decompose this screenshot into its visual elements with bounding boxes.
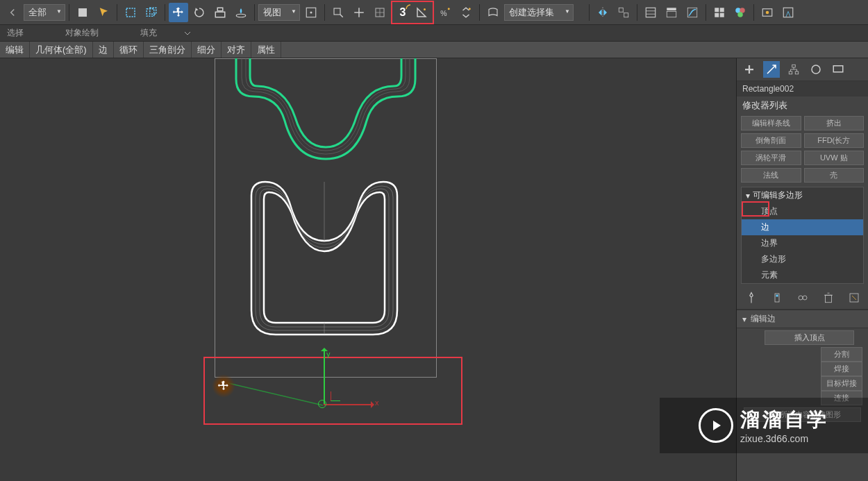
create-tab-icon[interactable] (741, 61, 758, 78)
gizmo-xy-plane[interactable] (331, 391, 340, 401)
schematic-view-icon[interactable] (710, 3, 729, 22)
edit-named-sel-icon[interactable] (483, 3, 503, 22)
keyboard-shortcut-icon[interactable] (349, 3, 369, 22)
pivot-icon[interactable] (301, 3, 321, 22)
tab-triangulate[interactable]: 三角剖分 (144, 42, 192, 58)
watermark: 溜溜自学 zixue.3d66.com (660, 398, 868, 453)
svg-rect-19 (667, 11, 676, 17)
stack-item-edge[interactable]: 边 (742, 219, 863, 235)
layer-explorer-icon[interactable] (641, 3, 660, 22)
display-tab-icon[interactable] (830, 61, 846, 78)
percent-snap-icon[interactable]: % (435, 3, 455, 22)
material-editor-icon[interactable] (731, 3, 750, 22)
svg-rect-5 (217, 8, 223, 11)
curve-editor-icon[interactable] (683, 3, 702, 22)
gizmo-x-axis[interactable] (324, 404, 372, 405)
target-weld-button[interactable]: 目标焊接 (821, 376, 862, 391)
rotate-tool-icon[interactable] (190, 3, 209, 22)
svg-rect-22 (720, 8, 724, 12)
named-selection-dropdown[interactable]: 创建选择集 (504, 4, 574, 21)
main-toolbar: 全部 视图 3 % 创建选择集 (0, 0, 868, 25)
svg-rect-15 (619, 8, 623, 12)
mod-btn-ffd[interactable]: FFD(长方 (804, 133, 865, 148)
angle-snap-icon[interactable] (412, 3, 431, 22)
remove-modifier-icon[interactable] (820, 289, 837, 306)
stack-item-element[interactable]: 元素 (742, 267, 863, 283)
rollup-edit-edge-label: 编辑边 (751, 313, 776, 325)
object-name-field[interactable]: Rectangle002 (737, 81, 868, 96)
tab-properties[interactable]: 属性 (251, 42, 281, 58)
make-unique-icon[interactable] (794, 289, 811, 306)
stack-highlight-box (742, 201, 769, 217)
svg-rect-18 (667, 8, 676, 10)
stack-head-label: 可编辑多边形 (753, 189, 803, 201)
svg-rect-30 (783, 8, 793, 17)
fill-dropdown-icon[interactable] (178, 24, 197, 43)
weld-button[interactable]: 焊接 (821, 362, 862, 376)
viewport[interactable]: y x (0, 58, 736, 481)
gizmo-origin[interactable] (318, 400, 326, 408)
tab-geometry-all[interactable]: 几何体(全部) (30, 42, 93, 58)
mod-btn-extrude[interactable]: 挤出 (804, 116, 865, 130)
toggle-ribbon-icon[interactable] (662, 3, 681, 22)
svg-rect-40 (776, 295, 778, 297)
move-tool-icon[interactable] (169, 3, 188, 22)
insert-vertex-button[interactable]: 插入顶点 (765, 330, 854, 345)
gizmo-y-axis[interactable] (324, 350, 325, 405)
stack-item-border[interactable]: 边界 (742, 235, 863, 251)
stack-item-polygon[interactable]: 多边形 (742, 251, 863, 267)
marquee-window-icon[interactable] (142, 3, 161, 22)
mirror-icon[interactable] (593, 3, 612, 22)
scale-tool-icon[interactable] (210, 3, 230, 22)
gizmo-x-label: x (375, 398, 379, 407)
show-end-result-icon[interactable] (769, 289, 785, 306)
modifier-list-label[interactable]: 修改器列表 (737, 96, 868, 115)
edge-to-gizmo-line (222, 378, 333, 412)
modify-tab-icon[interactable] (763, 61, 780, 78)
svg-rect-16 (624, 12, 628, 17)
svg-rect-2 (147, 8, 154, 16)
modeling-tabs: 编辑 几何体(全部) 边 循环 三角剖分 细分 对齐 属性 (0, 42, 868, 58)
snap-toggle-icon[interactable] (370, 3, 390, 22)
render-frame-icon[interactable] (778, 3, 798, 22)
svg-rect-4 (215, 12, 225, 17)
pin-stack-icon[interactable] (743, 289, 760, 306)
align-icon[interactable] (614, 3, 633, 22)
snap-3d-button[interactable]: 3 (394, 3, 412, 22)
mod-btn-normal[interactable]: 法线 (741, 168, 801, 183)
svg-rect-36 (795, 71, 799, 74)
mod-btn-editspline[interactable]: 编辑样条线 (741, 116, 801, 130)
hierarchy-tab-icon[interactable] (785, 61, 802, 78)
select-filled-icon[interactable] (73, 3, 92, 22)
spinner-snap-icon[interactable] (456, 3, 476, 22)
mod-btn-shell[interactable]: 壳 (804, 168, 865, 183)
tab-edge[interactable]: 边 (93, 42, 114, 58)
svg-rect-21 (715, 8, 719, 12)
tab-edit[interactable]: 编辑 (0, 42, 30, 58)
tab-loop[interactable]: 循环 (114, 42, 144, 58)
render-setup-icon[interactable] (758, 3, 777, 22)
svg-point-27 (737, 12, 743, 17)
mod-btn-bevelprofile[interactable]: 倒角剖面 (741, 133, 801, 148)
coord-system-dropdown[interactable]: 视图 (258, 4, 300, 21)
tab-align[interactable]: 对齐 (222, 42, 251, 58)
svg-point-41 (799, 296, 803, 300)
select-cursor-icon[interactable] (94, 3, 113, 22)
selection-filter-dropdown[interactable]: 全部 (24, 4, 65, 21)
rollup-edit-edge[interactable]: ▾编辑边 (737, 310, 868, 328)
manipulate-icon[interactable] (328, 3, 348, 22)
mod-btn-turbosmooth[interactable]: 涡轮平滑 (741, 151, 801, 165)
watermark-brand: 溜溜自学 (740, 407, 829, 433)
placement-tool-icon[interactable] (231, 3, 251, 22)
marquee-rect-icon[interactable] (121, 3, 140, 22)
configure-sets-icon[interactable] (846, 289, 862, 306)
arrow-left-icon[interactable] (3, 3, 22, 22)
svg-point-8 (310, 11, 312, 13)
motion-tab-icon[interactable] (808, 61, 824, 78)
svg-point-42 (803, 296, 807, 300)
split-button[interactable]: 分割 (821, 347, 862, 362)
snap-highlight-box: 3 (391, 1, 434, 24)
draw-group-label: 对象绘制 (65, 27, 99, 39)
tab-subdivide[interactable]: 细分 (192, 42, 222, 58)
mod-btn-uvw[interactable]: UVW 贴 (804, 151, 865, 165)
